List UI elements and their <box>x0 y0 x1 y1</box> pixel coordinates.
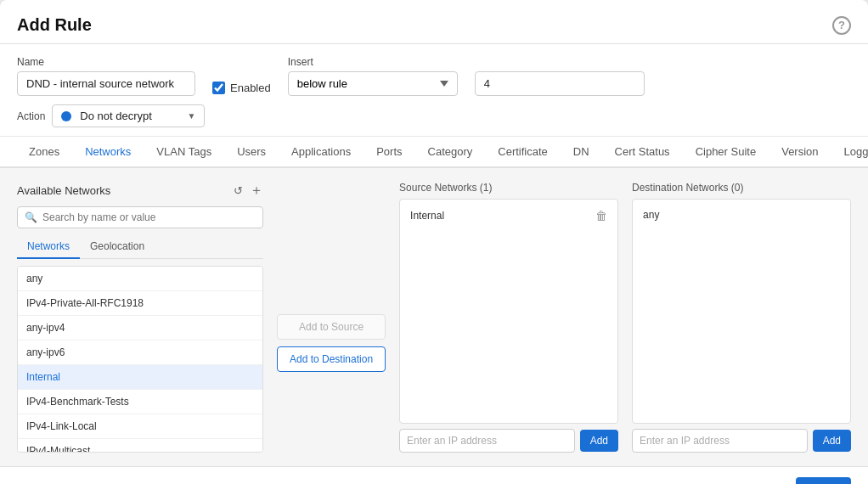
list-item[interactable]: IPv4-Link-Local <box>18 414 262 439</box>
modal-footer: Cancel Add <box>0 466 868 484</box>
add-network-icon[interactable]: ＋ <box>250 182 263 200</box>
action-select[interactable]: Do not decrypt ▼ <box>52 104 205 127</box>
source-networks-title: Source Networks (1) <box>399 182 618 194</box>
tab-ports[interactable]: Ports <box>364 137 414 168</box>
source-ip-input[interactable] <box>399 429 575 453</box>
action-dot <box>61 111 71 121</box>
source-entry: Internal 🗑 <box>405 205 612 227</box>
source-network-entries: Internal 🗑 <box>399 199 618 424</box>
save-button[interactable]: Add <box>796 477 851 484</box>
tab-cert-status[interactable]: Cert Status <box>603 137 682 168</box>
add-to-source-button[interactable]: Add to Source <box>277 314 386 340</box>
destination-add-button[interactable]: Add <box>813 430 851 452</box>
tab-cipher-suite[interactable]: Cipher Suite <box>684 137 769 168</box>
destination-networks-panel: Destination Networks (0) any Add <box>632 182 851 453</box>
network-list: any IPv4-Private-All-RFC1918 any-ipv4 an… <box>17 266 263 453</box>
list-item[interactable]: any-ipv6 <box>18 340 262 365</box>
modal-title: Add Rule <box>17 15 92 35</box>
source-add-button[interactable]: Add <box>580 430 618 452</box>
tab-users[interactable]: Users <box>225 137 278 168</box>
refresh-icon[interactable]: ↺ <box>234 184 243 197</box>
list-item[interactable]: any-ipv4 <box>18 316 262 340</box>
destination-ip-input[interactable] <box>632 429 808 453</box>
enabled-checkbox[interactable] <box>212 82 225 94</box>
list-item[interactable]: IPv4-Multicast <box>18 439 262 453</box>
search-box: 🔍 <box>17 206 263 228</box>
tab-category[interactable]: Category <box>416 137 485 168</box>
add-to-destination-button[interactable]: Add to Destination <box>277 346 386 372</box>
available-networks-header: Available Networks ↺ ＋ <box>17 182 263 200</box>
help-icon[interactable]: ? <box>832 16 851 35</box>
list-item[interactable]: IPv4-Benchmark-Tests <box>18 390 262 414</box>
rule-number-input[interactable] <box>475 71 645 96</box>
tab-version[interactable]: Version <box>769 137 830 168</box>
delete-source-entry-icon[interactable]: 🗑 <box>595 209 607 222</box>
enabled-label: Enabled <box>230 82 271 94</box>
enabled-check: Enabled <box>212 82 271 94</box>
destination-network-entries: any <box>632 199 851 424</box>
tab-logging[interactable]: Logging <box>832 137 868 168</box>
tab-certificate[interactable]: Certificate <box>486 137 560 168</box>
main-content: Available Networks ↺ ＋ 🔍 Networks Geoloc… <box>0 168 868 466</box>
destination-networks-title: Destination Networks (0) <box>632 182 851 194</box>
insert-field: Insert below rule above rule at top at b… <box>288 56 458 96</box>
panel-header-actions: ↺ ＋ <box>234 182 263 200</box>
tab-zones[interactable]: Zones <box>17 137 71 168</box>
tabs-bar: Zones Networks VLAN Tags Users Applicati… <box>0 137 868 168</box>
list-item[interactable]: Internal <box>18 365 262 390</box>
action-value: Do not decrypt <box>76 110 182 122</box>
add-rule-modal: Add Rule ? Name Enabled Insert below rul… <box>0 0 868 484</box>
name-field: Name <box>17 56 195 96</box>
sub-tab-geolocation[interactable]: Geolocation <box>80 235 155 259</box>
available-networks-title: Available Networks <box>17 184 110 197</box>
tab-dn[interactable]: DN <box>561 137 601 168</box>
tab-networks[interactable]: Networks <box>73 137 143 168</box>
destination-entry: any <box>638 205 845 225</box>
source-ip-input-row: Add <box>399 429 618 453</box>
right-panels: Source Networks (1) Internal 🗑 Add Desti… <box>399 182 851 453</box>
left-panel: Available Networks ↺ ＋ 🔍 Networks Geoloc… <box>17 182 263 453</box>
list-item[interactable]: IPv4-Private-All-RFC1918 <box>18 291 262 316</box>
tab-applications[interactable]: Applications <box>279 137 363 168</box>
tab-vlan-tags[interactable]: VLAN Tags <box>144 137 223 168</box>
action-label: Action <box>17 110 45 122</box>
rule-number-field <box>475 56 645 96</box>
action-chevron-icon: ▼ <box>187 111 195 121</box>
form-section: Name Enabled Insert below rule above rul… <box>0 44 868 137</box>
middle-buttons: Add to Source Add to Destination <box>277 182 386 453</box>
insert-select[interactable]: below rule above rule at top at bottom <box>288 71 458 96</box>
search-icon: 🔍 <box>25 211 37 223</box>
destination-ip-input-row: Add <box>632 429 851 453</box>
action-row: Action Do not decrypt ▼ <box>17 104 851 127</box>
rule-number-label <box>475 56 645 68</box>
list-item[interactable]: any <box>18 267 262 291</box>
sub-tab-networks[interactable]: Networks <box>17 235 80 259</box>
search-input[interactable] <box>42 211 256 223</box>
insert-label: Insert <box>288 56 458 68</box>
sub-tabs: Networks Geolocation <box>17 235 263 259</box>
name-input[interactable] <box>17 71 195 96</box>
form-row-name: Name Enabled Insert below rule above rul… <box>17 56 851 96</box>
cancel-button[interactable]: Cancel <box>729 477 786 484</box>
modal-header: Add Rule ? <box>0 0 868 44</box>
name-label: Name <box>17 56 195 68</box>
source-entry-name: Internal <box>410 210 444 222</box>
source-networks-panel: Source Networks (1) Internal 🗑 Add <box>399 182 618 453</box>
